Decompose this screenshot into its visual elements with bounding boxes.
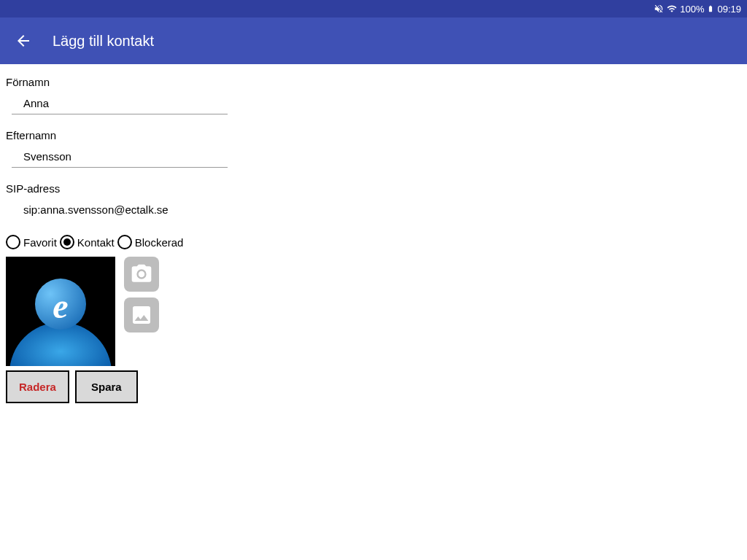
avatar: e <box>6 257 115 366</box>
photo-row: e <box>6 257 741 366</box>
radio-circle-icon <box>6 235 20 249</box>
sip-input[interactable] <box>12 201 228 220</box>
app-bar: Lägg till kontakt <box>0 18 747 64</box>
radio-contact-label: Kontakt <box>77 236 115 249</box>
radio-contact[interactable]: Kontakt <box>60 235 115 249</box>
field-firstname: Förnamn <box>6 76 228 114</box>
image-icon <box>130 303 153 327</box>
camera-button[interactable] <box>124 257 159 292</box>
battery-pct: 100% <box>680 4 704 15</box>
radio-favorite-label: Favorit <box>23 236 57 249</box>
delete-button[interactable]: Radera <box>6 370 69 403</box>
wifi-icon <box>667 4 677 14</box>
radio-favorite[interactable]: Favorit <box>6 235 57 249</box>
battery-icon <box>707 4 714 14</box>
lastname-input[interactable] <box>12 147 228 168</box>
content: Förnamn Efternamn SIP-adress Favorit Kon… <box>0 64 747 415</box>
gallery-button[interactable] <box>124 298 159 332</box>
field-lastname: Efternamn <box>6 129 228 168</box>
radio-blocked[interactable]: Blockerad <box>117 235 184 249</box>
radio-group: Favorit Kontakt Blockerad <box>6 235 741 249</box>
status-bar: 100% 09:19 <box>0 0 747 18</box>
lastname-label: Efternamn <box>6 129 228 141</box>
radio-blocked-label: Blockerad <box>135 236 184 249</box>
firstname-input[interactable] <box>12 94 228 114</box>
radio-circle-icon <box>60 235 74 249</box>
back-button[interactable] <box>15 32 32 50</box>
radio-circle-icon <box>117 235 132 249</box>
firstname-label: Förnamn <box>6 76 228 88</box>
button-row: Radera Spara <box>6 370 741 403</box>
radio-dot-icon <box>63 238 71 246</box>
page-title: Lägg till kontakt <box>53 33 154 50</box>
field-sip: SIP-adress <box>6 182 228 220</box>
camera-icon <box>130 262 153 286</box>
clock: 09:19 <box>717 4 741 15</box>
sip-label: SIP-adress <box>6 182 228 195</box>
arrow-left-icon <box>15 32 32 50</box>
photo-actions <box>124 257 159 332</box>
save-button[interactable]: Spara <box>75 370 138 403</box>
mute-icon <box>654 4 664 14</box>
